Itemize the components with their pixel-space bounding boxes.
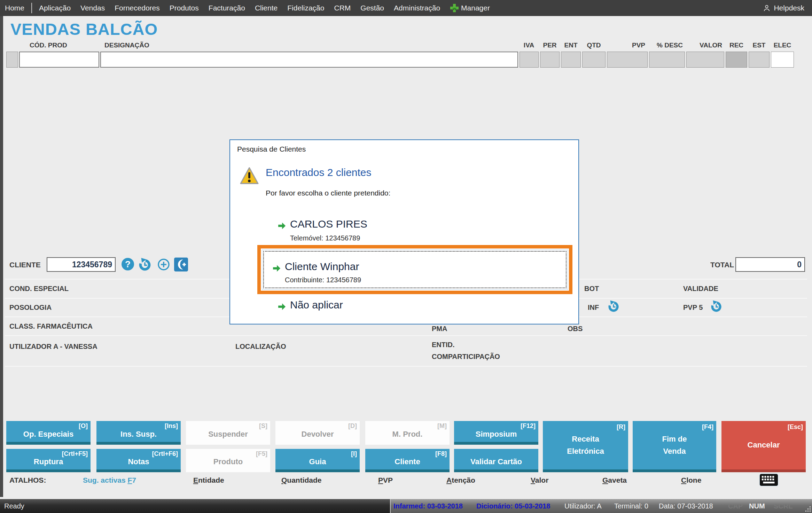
col-header-designacao: DESIGNAÇÃO bbox=[104, 41, 149, 49]
est-cell bbox=[749, 52, 770, 68]
dialog-heading: Encontrados 2 clientes bbox=[266, 167, 372, 178]
svg-text:w: w bbox=[452, 6, 456, 11]
option-arrow-icon bbox=[272, 263, 281, 273]
menu-item-fornecedores[interactable]: Fornecedores bbox=[110, 4, 165, 12]
menu-bar: Home Aplicação Vendas Fornecedores Produ… bbox=[0, 0, 812, 16]
produto-button: [F5] Produto bbox=[186, 449, 270, 472]
page-title: VENDAS BALCÃO bbox=[10, 20, 158, 39]
warning-icon bbox=[240, 167, 259, 185]
op-especiais-button[interactable]: [O] Op. Especiais bbox=[6, 421, 91, 445]
client-option-winphar[interactable]: Cliente Winphar bbox=[285, 261, 359, 273]
menu-separator bbox=[31, 3, 32, 13]
atalho-entidade: Entidade bbox=[193, 476, 224, 484]
option-arrow-icon bbox=[277, 221, 287, 231]
desc-cell bbox=[649, 52, 685, 68]
class-farmaceutica-label: CLASS. FARMACÊUTICA bbox=[9, 322, 93, 330]
ins-susp-button[interactable]: [Ins] Ins. Susp. bbox=[96, 421, 181, 445]
atalho-pvp: PVP bbox=[378, 476, 393, 484]
menu-item-cliente[interactable]: Cliente bbox=[250, 4, 282, 12]
col-header-elec: ELEC bbox=[771, 41, 794, 49]
iva-cell bbox=[520, 52, 539, 68]
status-num-indicator: NUM bbox=[749, 499, 765, 513]
simposium-button[interactable]: [F12] Simposium bbox=[454, 421, 538, 445]
status-dicionario: Dicionário: 05-03-2018 bbox=[476, 499, 550, 513]
status-data: Data: 07-03-2018 bbox=[659, 499, 713, 513]
menu-item-fidelizacao[interactable]: Fidelização bbox=[282, 4, 329, 12]
focus-dotted-outline: Cliente Winphar Contribuinte: 123456789 bbox=[263, 251, 567, 288]
client-history-icon[interactable] bbox=[138, 258, 151, 271]
menu-item-administracao[interactable]: Administração bbox=[389, 4, 445, 12]
elec-cell bbox=[771, 52, 794, 68]
client-option-nao-aplicar[interactable]: Não aplicar bbox=[290, 299, 343, 311]
client-card-icon[interactable] bbox=[174, 258, 188, 271]
menu-item-facturacao[interactable]: Facturação bbox=[204, 4, 250, 12]
valor-cell bbox=[686, 52, 724, 68]
keyboard-icon[interactable] bbox=[759, 473, 779, 487]
obs-label: OBS bbox=[568, 325, 583, 333]
ruptura-button[interactable]: [Crtl+F5] Ruptura bbox=[6, 449, 91, 472]
helpdesk-button[interactable]: Helpdesk bbox=[763, 4, 812, 12]
client-add-icon[interactable] bbox=[157, 258, 170, 271]
entid-label-line2: COMPARTICIPAÇÃO bbox=[432, 353, 500, 361]
per-cell bbox=[540, 52, 560, 68]
col-header-valor: VALOR bbox=[686, 41, 722, 49]
status-infarmed: Infarmed: 03-03-2018 bbox=[393, 499, 463, 513]
validar-cartao-button[interactable]: Validar Cartão bbox=[454, 449, 538, 472]
window-left-edge bbox=[0, 16, 3, 497]
row-stub-cell bbox=[6, 52, 18, 68]
status-utilizador: Utilizador: A bbox=[564, 499, 602, 513]
bot-label: BOT bbox=[584, 285, 599, 293]
receita-eletronica-button[interactable]: [R] Receita Eletrónica bbox=[543, 421, 628, 472]
atalho-valor: Valor bbox=[531, 476, 548, 484]
notas-button[interactable]: [Crtl+F6] Notas bbox=[96, 449, 181, 472]
menu-item-home[interactable]: Home bbox=[0, 4, 29, 12]
col-header-ent: ENT bbox=[561, 41, 581, 49]
helpdesk-person-icon bbox=[763, 4, 771, 12]
designacao-input[interactable] bbox=[100, 52, 518, 68]
col-header-rec: REC bbox=[726, 41, 747, 49]
option-arrow-icon bbox=[277, 302, 287, 312]
pvp-cell bbox=[607, 52, 648, 68]
menu-item-aplicacao[interactable]: Aplicação bbox=[34, 4, 76, 12]
cliente-label: CLIENTE bbox=[9, 261, 41, 269]
cliente-button[interactable]: [F8] Cliente bbox=[365, 449, 450, 472]
client-help-icon[interactable]: ? bbox=[122, 258, 134, 270]
col-header-iva: IVA bbox=[520, 41, 538, 49]
posologia-label: POSOLOGIA bbox=[9, 304, 52, 312]
total-input bbox=[735, 257, 805, 272]
devolver-button: [D] Devolver bbox=[275, 421, 360, 445]
status-terminal: Terminal: 0 bbox=[614, 499, 648, 513]
inf-label: INF bbox=[588, 304, 599, 312]
pvp5-history-icon[interactable] bbox=[710, 300, 722, 312]
menu-item-manager[interactable]: w Manager bbox=[445, 3, 495, 13]
pvp5-label: PVP 5 bbox=[683, 304, 703, 312]
cancelar-button[interactable]: [Esc] Cancelar bbox=[721, 421, 806, 472]
sug-activas-link[interactable]: Sug. activas F7 bbox=[83, 476, 136, 484]
localizacao-label: LOCALIZAÇÃO bbox=[235, 343, 286, 351]
separator bbox=[5, 366, 807, 367]
status-scroll-indicator: SCRL bbox=[774, 499, 793, 513]
cod-prod-input[interactable] bbox=[19, 52, 99, 68]
client-option-winphar-detail: Contribuinte: 123456789 bbox=[285, 276, 361, 284]
col-header-pvp: PVP bbox=[607, 41, 645, 49]
cliente-input[interactable] bbox=[47, 257, 116, 272]
fim-de-venda-button[interactable]: [F4] Fim de Venda bbox=[633, 421, 716, 472]
atalho-clone: Clone bbox=[681, 476, 701, 484]
atalho-atencao: Atenção bbox=[446, 476, 475, 484]
rec-cell bbox=[726, 52, 747, 68]
col-header-desc: % DESC bbox=[649, 41, 683, 49]
menu-item-produtos[interactable]: Produtos bbox=[165, 4, 204, 12]
menu-item-crm[interactable]: CRM bbox=[329, 4, 356, 12]
resize-grip[interactable] bbox=[805, 506, 811, 512]
menu-item-gestao[interactable]: Gestão bbox=[356, 4, 389, 12]
guia-button[interactable]: [I] Guia bbox=[275, 449, 360, 472]
separator bbox=[5, 335, 807, 336]
col-header-per: PER bbox=[540, 41, 560, 49]
client-option-carlos-pires[interactable]: CARLOS PIRES bbox=[290, 218, 367, 230]
atalho-gaveta: Gaveta bbox=[602, 476, 627, 484]
pma-label: PMA bbox=[432, 325, 447, 333]
inf-history-icon[interactable] bbox=[608, 300, 619, 312]
entid-label-line1: ENTID. bbox=[432, 341, 455, 349]
client-option-carlos-pires-detail: Telemóvel: 123456789 bbox=[290, 234, 360, 242]
menu-item-vendas[interactable]: Vendas bbox=[76, 4, 110, 12]
